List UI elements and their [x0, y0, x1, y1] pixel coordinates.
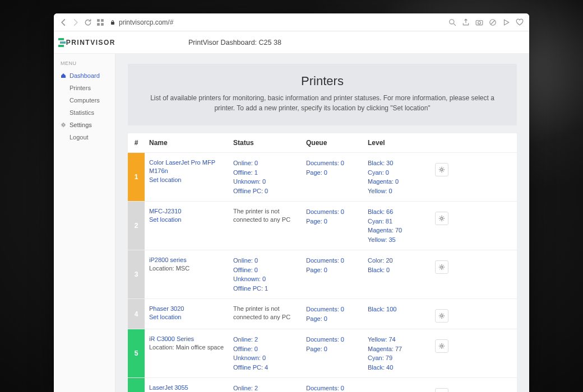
status-line[interactable]: Unknown: 0	[233, 177, 297, 186]
svg-rect-0	[97, 19, 100, 22]
status-line[interactable]: Unknown: 0	[233, 274, 297, 284]
svg-point-7	[478, 21, 481, 24]
level-line[interactable]: Magenta: 0	[368, 177, 426, 186]
status-line[interactable]: Offline: 0	[233, 265, 297, 275]
queue-line[interactable]: Documents: 0	[306, 256, 359, 265]
level-line[interactable]: Cyan: 81	[368, 217, 426, 226]
sidebar-item-computers[interactable]: Computers	[54, 94, 115, 106]
level-line[interactable]: Yellow: 74	[368, 335, 426, 344]
level-line[interactable]: Black: 0	[368, 265, 426, 275]
queue-line[interactable]: Documents: 0	[306, 384, 359, 392]
status-line[interactable]: Online: 0	[233, 158, 297, 168]
sidebar-item-label: Statistics	[70, 109, 94, 116]
sidebar-item-logout[interactable]: Logout	[54, 131, 115, 143]
svg-point-5	[450, 19, 454, 24]
col-queue: Queue	[302, 139, 363, 147]
level-line[interactable]: Cyan: 79	[368, 353, 426, 363]
app-header: PRINTVISOR PrintVisor Dashboard: C25 38	[54, 31, 529, 54]
zoom-icon[interactable]	[448, 18, 456, 26]
svg-rect-2	[97, 23, 100, 26]
sidebar-item-settings[interactable]: Settings	[54, 119, 115, 131]
gear-icon	[438, 264, 445, 270]
status-line[interactable]: Offline PC: 0	[233, 186, 297, 196]
sidebar-item-dashboard[interactable]: Dashboard	[54, 69, 115, 82]
apps-icon[interactable]	[96, 18, 104, 26]
set-location-link[interactable]: Set location	[149, 216, 224, 224]
set-location-link[interactable]: Set location	[149, 176, 224, 184]
share-icon[interactable]	[462, 18, 470, 26]
queue-line[interactable]: Page: 0	[306, 314, 359, 324]
svg-point-11	[441, 217, 443, 220]
camera-icon[interactable]	[475, 18, 483, 26]
queue-line[interactable]: Page: 0	[306, 344, 359, 354]
level-line[interactable]: Cyan: 0	[368, 168, 426, 178]
printer-name-link[interactable]: Phaser 3020	[149, 305, 224, 313]
status-line[interactable]: Unknown: 0	[233, 353, 297, 363]
table-row: 5iR C3000 SeriesLocation: Main office sp…	[128, 329, 517, 378]
heart-icon[interactable]	[516, 18, 524, 26]
level-line[interactable]: Black: 100	[368, 305, 426, 314]
row-number: 1	[128, 153, 145, 201]
row-settings-button[interactable]	[435, 309, 448, 323]
row-number: 5	[128, 329, 145, 377]
level-line[interactable]: Magenta: 70	[368, 226, 426, 235]
row-settings-button[interactable]	[435, 163, 448, 176]
printer-name-link[interactable]: Color LaserJet Pro MFP M176n	[149, 158, 224, 176]
play-icon[interactable]	[502, 18, 510, 26]
status-line[interactable]: Online: 2	[233, 384, 297, 392]
printer-name-link[interactable]: MFC-J2310	[149, 207, 224, 216]
reload-icon[interactable]	[84, 18, 92, 26]
address-bar[interactable]: printvisorcp.com/#	[110, 18, 443, 26]
gear-icon	[438, 312, 445, 319]
sidebar-item-label: Settings	[70, 122, 92, 128]
status-line[interactable]: Offline: 1	[233, 168, 297, 178]
table-row: 3iP2800 seriesLocation: MSCOnline: 0Offl…	[128, 250, 517, 299]
row-number: 3	[128, 250, 145, 298]
forward-icon[interactable]	[72, 18, 80, 26]
queue-line[interactable]: Page: 0	[306, 168, 359, 178]
url-text: printvisorcp.com/#	[119, 18, 173, 26]
queue-line[interactable]: Page: 0	[306, 217, 359, 226]
status-line[interactable]: Online: 2	[233, 335, 297, 344]
block-icon[interactable]	[489, 18, 497, 26]
status-line[interactable]: Offline PC: 4	[233, 363, 297, 372]
svg-point-9	[62, 124, 64, 126]
gear-icon	[438, 166, 445, 173]
back-icon[interactable]	[59, 18, 67, 26]
queue-line[interactable]: Documents: 0	[306, 305, 359, 314]
svg-rect-1	[101, 19, 104, 22]
sidebar: MENU DashboardPrintersComputersStatistic…	[54, 54, 115, 392]
location-text: Location: Main office space	[149, 344, 224, 351]
row-settings-button[interactable]	[435, 339, 448, 353]
row-number: 4	[128, 299, 145, 329]
level-line[interactable]: Yellow: 35	[368, 235, 426, 245]
queue-line[interactable]: Page: 0	[306, 265, 359, 275]
sidebar-item-printers[interactable]: Printers	[54, 82, 115, 94]
level-line[interactable]: Magenta: 77	[368, 344, 426, 354]
col-name: Name	[145, 139, 229, 147]
set-location-link[interactable]: Set location	[149, 313, 224, 321]
logo[interactable]: PRINTVISOR	[54, 38, 115, 47]
status-line[interactable]: Offline: 0	[233, 344, 297, 354]
svg-rect-4	[111, 22, 114, 25]
table-row: 6LaserJet 3055Set locationOnline: 2Offli…	[128, 378, 517, 392]
row-settings-button[interactable]	[435, 260, 448, 274]
level-line[interactable]: Black: 40	[368, 363, 426, 372]
row-settings-button[interactable]	[435, 388, 448, 392]
printer-name-link[interactable]: iR C3000 Series	[149, 335, 224, 343]
queue-line[interactable]: Documents: 0	[306, 335, 359, 344]
sidebar-item-statistics[interactable]: Statistics	[54, 106, 115, 119]
printer-name-link[interactable]: LaserJet 3055	[149, 384, 224, 392]
printer-name-link[interactable]: iP2800 series	[149, 256, 224, 264]
level-line[interactable]: Black: 30	[368, 158, 426, 168]
page-subtitle: List of available printers for monitorin…	[150, 93, 494, 113]
level-line[interactable]: Yellow: 0	[368, 186, 426, 196]
row-settings-button[interactable]	[435, 212, 448, 225]
level-line[interactable]: Black: 66	[368, 207, 426, 217]
level-line[interactable]: Color: 20	[368, 256, 426, 265]
queue-line[interactable]: Documents: 0	[306, 158, 359, 168]
status-line[interactable]: Offline PC: 1	[233, 284, 297, 293]
queue-line[interactable]: Documents: 0	[306, 207, 359, 217]
sidebar-item-label: Dashboard	[70, 72, 100, 79]
status-line[interactable]: Online: 0	[233, 256, 297, 265]
